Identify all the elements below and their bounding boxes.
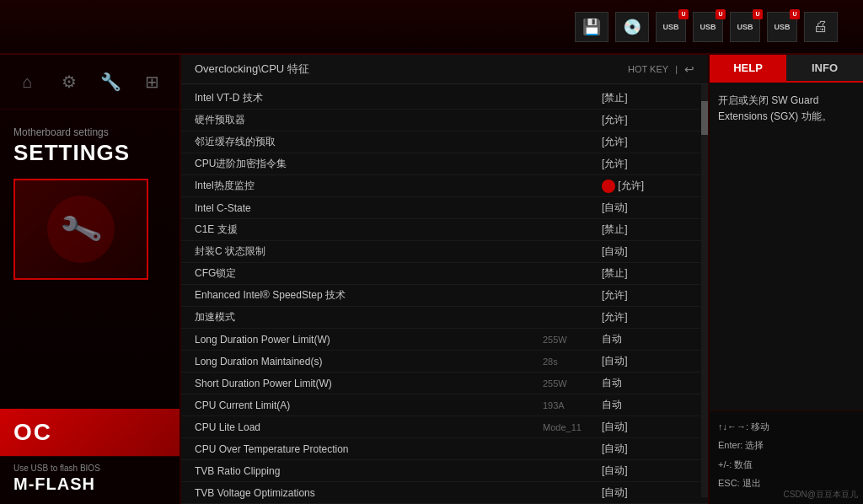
setting-value: [自动] [593,201,694,215]
key-hint: Enter: 选择 [718,438,855,453]
setting-row[interactable]: Intel VT-D 技术[禁止] [181,88,708,110]
setting-value: 自动 [593,376,694,390]
usb-badge-1: U [678,9,689,19]
settings-icon[interactable]: ⚙ [52,65,86,99]
wrench-decorative: 🔧 [57,206,105,253]
usb-badge-3: U [753,9,763,19]
setting-row[interactable]: CPU进阶加密指令集[允许] [181,153,708,175]
setting-row[interactable]: TVB Voltage Optimizations[自动] [181,482,708,504]
setting-row[interactable]: C1E 支援[禁止] [181,219,708,241]
scrollbar-thumb[interactable] [701,101,708,135]
setting-value: [允许] [593,288,694,303]
mflash-label: Use USB to flash BIOS [13,464,166,473]
usb-label-3: USB [737,23,753,31]
usb-icon-3[interactable]: USB U [730,12,760,42]
setting-name: Short Duration Power Limit(W) [195,378,534,389]
sidebar: ⌂ ⚙ 🔧 ⊞ Motherboard settings SETTINGS 🔧 … [0,55,181,504]
usb-label-4: USB [774,23,790,31]
usb-badge-4: U [790,9,800,19]
grid-icon[interactable]: ⊞ [135,65,169,99]
usb-icon-1[interactable]: USB U [656,12,686,42]
breadcrumb-bar: Overclocking\CPU 特征 HOT KEY | ↩ [181,55,708,84]
usb-icon-2[interactable]: USB U [693,12,723,42]
setting-row[interactable]: Long Duration Maintained(s)28s[自动] [181,351,708,373]
setting-row[interactable]: 封装C 状态限制[自动] [181,241,708,263]
scrollbar[interactable] [701,84,708,497]
settings-label: Motherboard settings [13,126,166,138]
setting-name: Long Duration Maintained(s) [195,356,534,367]
setting-value: [允许] [593,310,694,324]
setting-value: [自动] [593,442,694,456]
tool-icon[interactable]: 🔧 [94,65,127,99]
setting-value: [自动] [593,244,694,259]
oc-section[interactable]: OC [0,409,180,456]
usb-label-2: USB [700,23,716,31]
setting-value: [禁止] [593,223,694,237]
usb-icon-4[interactable]: USB U [767,12,797,42]
setting-row[interactable]: CPU Current Limit(A)193A自动 [181,394,708,416]
setting-value: [自动] [593,464,694,478]
setting-row[interactable]: 邻近缓存线的预取[允许] [181,131,708,153]
tab-help[interactable]: HELP [710,55,786,81]
setting-name: Intel热度监控 [195,179,534,193]
disc-icon[interactable]: 💿 [615,12,649,42]
setting-hint: 255W [543,378,593,389]
setting-name: CFG锁定 [195,266,534,281]
home-icon[interactable]: ⌂ [11,65,45,99]
setting-value: [自动] [593,420,694,434]
setting-hint: 255W [543,335,593,345]
setting-name: Enhanced Intel® SpeedStep 技术 [195,288,534,303]
setting-name: CPU Current Limit(A) [195,399,534,411]
setting-value: 自动 [593,332,694,346]
mflash-section[interactable]: Use USB to flash BIOS M-FLASH [0,456,180,504]
key-hint: +/-: 数值 [718,458,855,473]
storage-icon[interactable]: 💾 [575,12,608,42]
printer-icon[interactable]: 🖨 [804,12,838,42]
right-tabs: HELP INFO [710,55,863,83]
setting-value: [允许] [593,157,694,171]
hotkey-area: HOT KEY | ↩ [628,62,694,76]
setting-value: [允许] [593,179,694,193]
setting-row[interactable]: Enhanced Intel® SpeedStep 技术[允许] [181,285,708,307]
setting-name: CPU Over Temperature Protection [195,443,534,455]
setting-name: 加速模式 [195,310,534,324]
setting-value: [自动] [593,485,694,500]
setting-row[interactable]: CPU Lite LoadMode_11[自动] [181,416,708,438]
setting-hint: 193A [543,400,593,410]
settings-icon-area: 🔧 [13,179,148,280]
setting-row[interactable]: 加速模式[允许] [181,307,708,329]
setting-name: 邻近缓存线的预取 [195,135,534,149]
setting-row[interactable]: CPU Over Temperature Protection[自动] [181,438,708,460]
setting-value: 自动 [593,398,694,412]
setting-name: Intel VT-D 技术 [195,91,534,105]
setting-row[interactable]: Long Duration Power Limit(W)255W自动 [181,329,708,351]
setting-hint: Mode_11 [543,422,593,432]
setting-value: [允许] [593,135,694,149]
usb-label-1: USB [662,23,678,31]
setting-value: [允许] [593,113,694,127]
hotkey-label: HOT KEY [628,64,668,74]
setting-value: [自动] [593,354,694,368]
hotkey-back[interactable]: ↩ [684,62,694,76]
sidebar-top-icons: ⌂ ⚙ 🔧 ⊞ [0,55,180,110]
cursor-indicator [602,180,615,193]
watermark: CSDN@豆豆本豆儿 [784,489,859,501]
setting-row[interactable]: 硬件预取器[允许] [181,110,708,131]
sidebar-section: Motherboard settings SETTINGS 🔧 [0,110,180,409]
hotkey-separator: | [675,64,678,74]
setting-value: [禁止] [593,91,694,105]
setting-name: 封装C 状态限制 [195,244,534,259]
setting-name: Intel C-State [195,202,534,214]
setting-row[interactable]: Intel C-State[自动] [181,197,708,219]
setting-row[interactable]: Short Duration Power Limit(W)255W自动 [181,373,708,394]
setting-value: [禁止] [593,266,694,281]
setting-row[interactable]: CFG锁定[禁止] [181,263,708,285]
setting-row[interactable]: TVB Ratio Clipping[自动] [181,460,708,482]
tab-info[interactable]: INFO [786,55,863,81]
top-bar: 💾 💿 USB U USB U USB U USB U 🖨 [0,0,863,55]
setting-name: TVB Ratio Clipping [195,465,534,477]
right-content: 开启或关闭 SW Guard Extensions (SGX) 功能。 [710,83,863,410]
settings-list: Intel VT-D 技术[禁止]硬件预取器[允许]邻近缓存线的预取[允许]CP… [181,84,708,504]
right-panel: HELP INFO 开启或关闭 SW Guard Extensions (SGX… [708,55,863,504]
setting-row[interactable]: Intel热度监控 [允许] [181,175,708,197]
